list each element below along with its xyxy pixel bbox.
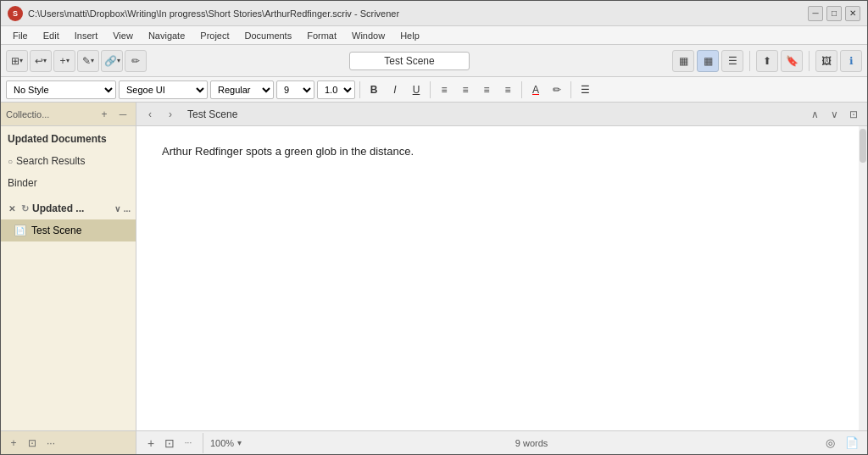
bookmark-btn[interactable]: 🔖 bbox=[781, 50, 803, 72]
align-left-button[interactable]: ≡ bbox=[435, 80, 453, 99]
scrollbar-thumb[interactable] bbox=[860, 129, 866, 163]
toolbar: ⊞▾ ↩▾ +▾ ✎▾ 🔗▾ ✏ Test Scene ▦ ▦ ☰ ⬆ 🔖 🖼 … bbox=[1, 45, 867, 77]
font-select[interactable]: Segoe UI bbox=[119, 80, 208, 99]
updated-documents-label: Updated Documents bbox=[8, 133, 107, 145]
editor-title-display: Test Scene bbox=[148, 52, 670, 70]
sidebar-add-button[interactable]: + bbox=[97, 107, 112, 122]
binder-label: Binder bbox=[8, 177, 37, 189]
toolbar-undo-btn[interactable]: ↩▾ bbox=[30, 50, 52, 72]
view-grid-btn[interactable]: ▦ bbox=[697, 50, 719, 72]
updated-group: ✕ ↻ Updated ... ∨ ... 📄 Test Scene bbox=[1, 196, 136, 243]
align-justify-button[interactable]: ≡ bbox=[498, 80, 517, 99]
status-left: + ⊡ ··· 100% ▾ bbox=[143, 433, 242, 453]
font-color-button[interactable]: A bbox=[526, 80, 545, 99]
document-item-label: Test Scene bbox=[31, 225, 81, 236]
updated-chevron-icon[interactable]: ∨ bbox=[114, 204, 120, 214]
menu-edit[interactable]: Edit bbox=[36, 29, 66, 42]
toolbar-link-btn[interactable]: 🔗▾ bbox=[101, 50, 123, 72]
sidebar: Collectio... + ─ Updated Documents ○ Sea… bbox=[1, 103, 136, 454]
editor-header-controls: ∧ ∨ ⊡ bbox=[806, 106, 862, 123]
status-word-count: 9 words bbox=[242, 438, 821, 448]
editor-text-content[interactable]: Arthur Redfinger spots a green glob in t… bbox=[162, 143, 670, 161]
highlight-button[interactable]: ✏ bbox=[548, 80, 566, 99]
main-window: S C:\Users\matti\Dropbox\Writing\In prog… bbox=[0, 0, 868, 455]
editor-breadcrumb: Test Scene bbox=[182, 108, 803, 120]
status-bar: + ⊡ ··· 100% ▾ 9 words ◎ 📄 bbox=[136, 430, 867, 454]
sidebar-item-search-results[interactable]: ○ Search Results bbox=[1, 150, 136, 172]
title-bar-left: S C:\Users\matti\Dropbox\Writing\In prog… bbox=[8, 6, 399, 21]
menu-format[interactable]: Format bbox=[300, 29, 343, 42]
document-icon: 📄 bbox=[14, 225, 26, 236]
menu-file[interactable]: File bbox=[6, 29, 35, 42]
editor-body-container: Arthur Redfinger spots a green glob in t… bbox=[136, 126, 867, 430]
editor-body[interactable]: Arthur Redfinger spots a green glob in t… bbox=[136, 126, 867, 430]
editor-header: ‹ › Test Scene ∧ ∨ ⊡ bbox=[136, 103, 867, 126]
editor-split-btn[interactable]: ⊡ bbox=[845, 106, 862, 123]
editor-back-btn[interactable]: ‹ bbox=[142, 106, 159, 123]
toolbar-edit-btn[interactable]: ✏ bbox=[125, 50, 147, 72]
status-doc-btn[interactable]: 📄 bbox=[843, 435, 860, 452]
updated-header: ✕ ↻ Updated ... ∨ ... bbox=[1, 197, 136, 219]
underline-button[interactable]: U bbox=[407, 80, 426, 99]
italic-button[interactable]: I bbox=[386, 80, 404, 99]
editor-collapse-up-btn[interactable]: ∧ bbox=[806, 106, 823, 123]
sidebar-footer: + ⊡ ··· bbox=[1, 430, 136, 454]
list-button[interactable]: ☰ bbox=[576, 80, 594, 99]
info-btn[interactable]: ℹ bbox=[840, 50, 862, 72]
status-add-btn[interactable]: + bbox=[143, 436, 159, 451]
weight-select[interactable]: Regular bbox=[210, 80, 274, 99]
sidebar-item-updated-documents[interactable]: Updated Documents bbox=[1, 128, 136, 150]
search-results-icon: ○ bbox=[8, 157, 13, 166]
spacing-select[interactable]: 1.0x bbox=[317, 80, 355, 99]
scrollbar-track[interactable] bbox=[859, 126, 867, 430]
status-zoom-level[interactable]: 100% bbox=[210, 438, 234, 448]
bold-button[interactable]: B bbox=[364, 80, 383, 99]
sidebar-collapse-button[interactable]: ─ bbox=[115, 107, 131, 122]
sidebar-more-footer-btn[interactable]: ··· bbox=[43, 436, 58, 451]
sidebar-view-footer-btn[interactable]: ⊡ bbox=[25, 436, 40, 451]
toolbar-note-btn[interactable]: ✎▾ bbox=[77, 50, 99, 72]
size-select[interactable]: 9 bbox=[276, 80, 314, 99]
sidebar-item-binder[interactable]: Binder bbox=[1, 172, 136, 194]
status-more-btn[interactable]: ··· bbox=[181, 436, 196, 451]
menu-help[interactable]: Help bbox=[393, 29, 426, 42]
updated-group-label: Updated ... bbox=[32, 203, 111, 214]
sidebar-add-footer-btn[interactable]: + bbox=[6, 436, 21, 451]
document-item-test-scene[interactable]: 📄 Test Scene bbox=[1, 219, 136, 241]
view-single-btn[interactable]: ▦ bbox=[672, 50, 694, 72]
toolbar-left-group: ⊞▾ ↩▾ +▾ ✎▾ 🔗▾ ✏ bbox=[6, 50, 147, 72]
menu-project[interactable]: Project bbox=[193, 29, 236, 42]
editor-forward-btn[interactable]: › bbox=[162, 106, 179, 123]
minimize-button[interactable]: ─ bbox=[808, 6, 823, 21]
menu-documents[interactable]: Documents bbox=[238, 29, 299, 42]
main-content: Collectio... + ─ Updated Documents ○ Sea… bbox=[1, 103, 867, 454]
window-path: C:\Users\matti\Dropbox\Writing\In progre… bbox=[28, 8, 399, 19]
menu-window[interactable]: Window bbox=[345, 29, 392, 42]
toolbar-add-btn[interactable]: +▾ bbox=[53, 50, 75, 72]
menu-view[interactable]: View bbox=[106, 29, 140, 42]
sidebar-header: Collectio... + ─ bbox=[1, 103, 136, 126]
status-right: ◎ 📄 bbox=[821, 435, 860, 452]
updated-refresh-icon: ↻ bbox=[21, 203, 29, 214]
export-btn[interactable]: ⬆ bbox=[756, 50, 778, 72]
menu-bar: File Edit Insert View Navigate Project D… bbox=[1, 26, 867, 45]
updated-more-btn[interactable]: ... bbox=[124, 204, 131, 214]
editor-area: ‹ › Test Scene ∧ ∨ ⊡ Arthur Redfinger sp… bbox=[136, 103, 867, 454]
updated-close-btn[interactable]: ✕ bbox=[6, 203, 18, 214]
style-select[interactable]: No Style bbox=[6, 80, 116, 99]
document-title-box: Test Scene bbox=[349, 52, 469, 70]
search-results-label: Search Results bbox=[16, 155, 85, 167]
toolbar-home-btn[interactable]: ⊞▾ bbox=[6, 50, 28, 72]
close-button[interactable]: ✕ bbox=[845, 6, 860, 21]
view-list-btn[interactable]: ☰ bbox=[721, 50, 743, 72]
align-right-button[interactable]: ≡ bbox=[477, 80, 496, 99]
sidebar-collection-label: Collectio... bbox=[6, 109, 93, 119]
align-center-button[interactable]: ≡ bbox=[456, 80, 475, 99]
snapshot-btn[interactable]: 🖼 bbox=[815, 50, 837, 72]
menu-navigate[interactable]: Navigate bbox=[142, 29, 192, 42]
editor-collapse-down-btn[interactable]: ∨ bbox=[826, 106, 843, 123]
status-view-btn[interactable]: ⊡ bbox=[162, 436, 177, 451]
menu-insert[interactable]: Insert bbox=[68, 29, 105, 42]
maximize-button[interactable]: □ bbox=[826, 6, 842, 21]
status-target-btn[interactable]: ◎ bbox=[821, 435, 838, 452]
